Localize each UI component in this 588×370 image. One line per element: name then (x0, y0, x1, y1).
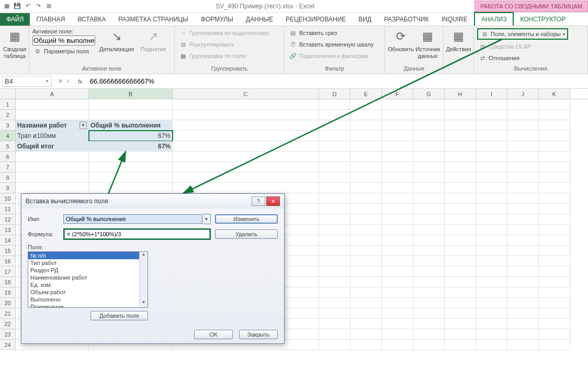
cell[interactable] (445, 287, 476, 298)
cell[interactable] (350, 246, 382, 256)
refresh-button[interactable]: ⟳ Обновить (388, 27, 414, 54)
cell[interactable] (382, 204, 413, 214)
tab-layout[interactable]: РАЗМЕТКА СТРАНИЦЫ (112, 13, 195, 26)
cell[interactable] (413, 131, 445, 141)
cell[interactable] (413, 162, 445, 172)
cell[interactable] (413, 246, 445, 256)
row-header[interactable]: 5 (0, 141, 16, 152)
tab-constructor[interactable]: КОНСТРУКТОР (514, 13, 572, 26)
cell[interactable] (445, 298, 476, 308)
cell[interactable] (413, 141, 445, 152)
cell[interactable] (476, 329, 507, 340)
row-header[interactable]: 4 (0, 131, 16, 141)
cell[interactable] (539, 120, 570, 131)
cell[interactable] (319, 152, 350, 162)
col-header[interactable]: G (413, 89, 445, 99)
cell[interactable] (319, 183, 350, 193)
fields-items-sets-button[interactable]: ⊞Поля, элементы и наборы▾ (477, 28, 568, 40)
cell[interactable] (445, 340, 476, 350)
cell[interactable] (173, 120, 319, 131)
cell[interactable] (350, 172, 382, 183)
cell[interactable] (16, 99, 89, 110)
cell[interactable] (173, 183, 319, 193)
tab-view[interactable]: ВИД (352, 13, 378, 26)
cell[interactable] (539, 193, 570, 204)
row-header[interactable]: 16 (0, 256, 16, 267)
row-header[interactable]: 19 (0, 287, 16, 298)
cell[interactable] (413, 319, 445, 329)
cell[interactable] (319, 225, 350, 235)
cell[interactable] (319, 193, 350, 204)
cell[interactable] (539, 246, 570, 256)
cell[interactable] (382, 152, 413, 162)
cell[interactable] (319, 287, 350, 298)
cell[interactable] (173, 162, 319, 172)
cell[interactable] (476, 204, 507, 214)
cell[interactable] (413, 235, 445, 246)
cell[interactable] (350, 235, 382, 246)
cell[interactable] (445, 267, 476, 277)
row-header[interactable]: 14 (0, 235, 16, 246)
cell[interactable] (476, 308, 507, 319)
cell[interactable] (539, 256, 570, 267)
cell[interactable] (539, 183, 570, 193)
cell[interactable]: 67% (89, 131, 173, 141)
cell[interactable] (445, 225, 476, 235)
cell[interactable] (319, 131, 350, 141)
cell[interactable] (319, 120, 350, 131)
cell[interactable] (507, 152, 539, 162)
cell[interactable] (476, 99, 507, 110)
cell[interactable] (476, 120, 507, 131)
cell[interactable] (476, 340, 507, 350)
cell[interactable] (445, 256, 476, 267)
cell[interactable] (507, 183, 539, 193)
row-header[interactable]: 12 (0, 214, 16, 225)
cell[interactable] (350, 152, 382, 162)
field-item[interactable]: № п/п (28, 252, 139, 259)
cell[interactable] (413, 287, 445, 298)
add-field-button[interactable]: Добавить поле (91, 311, 148, 320)
actions-button[interactable]: ▦ Действия (447, 27, 470, 54)
cell[interactable] (319, 329, 350, 340)
cell[interactable] (476, 183, 507, 193)
field-item[interactable]: Наименование работ (28, 274, 139, 281)
cell[interactable] (539, 204, 570, 214)
cell[interactable] (476, 110, 507, 120)
cell[interactable] (507, 329, 539, 340)
cell[interactable] (16, 152, 89, 162)
cell[interactable] (382, 225, 413, 235)
col-header[interactable]: A (16, 89, 89, 99)
cell[interactable] (445, 172, 476, 183)
cell[interactable] (539, 277, 570, 287)
active-field-input[interactable] (32, 36, 95, 45)
cell[interactable] (382, 120, 413, 131)
cell[interactable] (173, 141, 319, 152)
cell[interactable] (89, 162, 173, 172)
cell[interactable] (445, 277, 476, 287)
cell[interactable] (445, 246, 476, 256)
cell[interactable] (350, 340, 382, 350)
cell[interactable] (507, 308, 539, 319)
cell[interactable] (319, 256, 350, 267)
cell[interactable] (319, 172, 350, 183)
cell[interactable] (413, 110, 445, 120)
cell[interactable] (319, 340, 350, 350)
cell[interactable] (350, 110, 382, 120)
cell[interactable] (382, 267, 413, 277)
cell[interactable] (89, 110, 173, 120)
cell[interactable] (539, 162, 570, 172)
cell[interactable] (539, 267, 570, 277)
cell[interactable]: Общий итог (16, 141, 89, 152)
col-header[interactable]: D (319, 89, 350, 99)
cell[interactable] (382, 319, 413, 329)
cell[interactable] (413, 172, 445, 183)
cell[interactable] (476, 319, 507, 329)
cell[interactable] (507, 162, 539, 172)
insert-slicer-button[interactable]: ▤Вставить срез (288, 28, 375, 38)
cell[interactable] (89, 172, 173, 183)
col-header[interactable]: I (476, 89, 507, 99)
cell[interactable] (382, 277, 413, 287)
cell[interactable] (539, 225, 570, 235)
cell[interactable] (382, 172, 413, 183)
cell[interactable] (539, 340, 570, 350)
